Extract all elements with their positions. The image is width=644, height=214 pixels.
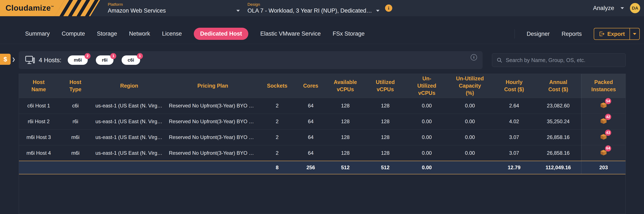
- vertical-divider: [514, 29, 515, 39]
- chevron-right-icon: ❯: [11, 54, 16, 65]
- table-row[interactable]: r6i Host 2 r6i us-east-1 (US East (N. Vi…: [19, 114, 626, 129]
- host-type-pill-r6i[interactable]: r6i 1: [96, 55, 114, 65]
- cell-hourly-cost: 4.02: [493, 114, 536, 129]
- trademark-symbol: ™: [51, 5, 54, 9]
- analyze-label: Analyze: [593, 5, 614, 12]
- cell-annual-cost: 26,858.16: [536, 129, 581, 145]
- col-header-sockets: Sockets: [260, 74, 295, 98]
- packed-count-badge: 42: [605, 114, 611, 120]
- total-sockets: 8: [260, 161, 295, 174]
- cell-unutilized-vcpus: 0.00: [406, 129, 447, 145]
- cell-hourly-cost: 3.07: [493, 129, 536, 145]
- tab-storage[interactable]: Storage: [97, 31, 117, 37]
- cell-host-type: r6i: [58, 114, 92, 129]
- cell-annual-cost: 26,858.16: [536, 145, 581, 161]
- pill-label: r6i: [102, 57, 108, 63]
- cell-available-vcpus: 128: [327, 98, 364, 114]
- analyze-menu[interactable]: Analyze: [593, 5, 624, 12]
- tab-summary[interactable]: Summary: [25, 31, 50, 37]
- cell-hourly-cost: 2.64: [493, 98, 536, 114]
- search-icon: [496, 57, 502, 63]
- cell-cores: 64: [295, 145, 327, 161]
- total-packed-instances: 203: [581, 161, 626, 174]
- packed-instances-icon[interactable]: 42: [599, 117, 608, 125]
- cell-cores: 64: [295, 114, 327, 129]
- pill-label: m6i: [74, 57, 82, 63]
- designer-link[interactable]: Designer: [527, 31, 550, 37]
- export-icon: [599, 31, 605, 37]
- total-annual-cost: 112,049.16: [536, 161, 581, 174]
- cell-packed-instances: 54: [581, 98, 626, 114]
- totals-spacer: [19, 161, 260, 174]
- cost-panel-toggle[interactable]: $ ❯: [0, 54, 16, 65]
- cell-pricing-plan: Reserved No Upfront(3-Year) BYO MSFT...: [166, 129, 260, 145]
- cell-unutilized-capacity: 0.00: [447, 129, 493, 145]
- hosts-summary-panel: 4 Hosts: m6i 2 r6i 1 c6i 1 i: [19, 51, 482, 69]
- cloudamize-logo: Cloudamize™: [0, 0, 100, 16]
- top-bar: Cloudamize™ Platform Amazon Web Services…: [0, 0, 644, 16]
- col-header-unutilized-vcpus: Un-Utilized vCPUs: [406, 74, 447, 98]
- packed-count-badge: 43: [605, 130, 611, 136]
- search-input[interactable]: [506, 57, 621, 63]
- hosts-icon: [25, 56, 35, 65]
- cell-unutilized-capacity: 0.00: [447, 98, 493, 114]
- platform-value: Amazon Web Services: [108, 8, 166, 14]
- reports-link[interactable]: Reports: [562, 31, 582, 37]
- table-row[interactable]: m6i Host 3 m6i us-east-1 (US East (N. Vi…: [19, 129, 626, 145]
- tab-compute[interactable]: Compute: [62, 31, 85, 37]
- cell-available-vcpus: 128: [327, 145, 364, 161]
- col-header-host-type: Host Type: [58, 74, 92, 98]
- logo-text: Cloudamize™: [6, 4, 54, 13]
- design-label: Design: [248, 2, 380, 7]
- packed-instances-icon[interactable]: 54: [599, 101, 608, 109]
- total-available-vcpus: 512: [327, 161, 364, 174]
- host-type-pill-m6i[interactable]: m6i 2: [68, 55, 88, 65]
- col-header-unutilized-capacity: Un-Utilized Capacity (%): [447, 74, 493, 98]
- col-header-available-vcpus: Available vCPUs: [327, 74, 364, 98]
- filter-row: 4 Hosts: m6i 2 r6i 1 c6i 1 i: [19, 51, 626, 69]
- tab-dedicated-host[interactable]: Dedicated Host: [194, 28, 248, 40]
- host-type-pill-c6i[interactable]: c6i 1: [122, 55, 140, 65]
- cell-region: us-east-1 (US East (N. Virginia)): [92, 98, 166, 114]
- col-header-annual-cost: Annual Cost ($): [536, 74, 581, 98]
- chevron-down-icon: [376, 10, 380, 12]
- info-icon[interactable]: i: [385, 5, 392, 12]
- tab-elastic-vmware-service[interactable]: Elastic VMware Service: [260, 31, 321, 37]
- design-value: OLA 7 - Workload, 3 Year RI (NUP), Dedic…: [248, 8, 372, 14]
- cell-region: us-east-1 (US East (N. Virginia)): [92, 114, 166, 129]
- export-button[interactable]: Export: [594, 28, 630, 40]
- avatar[interactable]: DA: [630, 3, 640, 13]
- packed-instances-icon[interactable]: 43: [599, 132, 608, 141]
- col-header-pricing-plan: Pricing Plan: [166, 74, 260, 98]
- total-unutilized-vcpus: 0.00: [406, 161, 447, 174]
- cell-annual-cost: 35,250.24: [536, 114, 581, 129]
- cell-unutilized-capacity: 0.00: [447, 114, 493, 129]
- total-cores: 256: [295, 161, 327, 174]
- design-dropdown[interactable]: Design OLA 7 - Workload, 3 Year RI (NUP)…: [248, 2, 380, 14]
- cell-pricing-plan: Reserved No Upfront(3-Year) BYO MSFT...: [166, 114, 260, 129]
- info-icon[interactable]: i: [471, 54, 477, 61]
- platform-dropdown[interactable]: Platform Amazon Web Services: [108, 2, 240, 14]
- tab-network[interactable]: Network: [129, 31, 150, 37]
- cell-cores: 64: [295, 98, 327, 114]
- packed-count-badge: 64: [605, 145, 611, 151]
- export-dropdown-button[interactable]: [630, 28, 639, 40]
- table-row[interactable]: c6i Host 1 c6i us-east-1 (US East (N. Vi…: [19, 98, 626, 114]
- logo-stripes-decoration: [52, 0, 100, 16]
- packed-instances-icon[interactable]: 64: [599, 148, 608, 157]
- table-row[interactable]: m6i Host 4 m6i us-east-1 (US East (N. Vi…: [19, 145, 626, 161]
- cell-pricing-plan: Reserved No Upfront(3-Year) BYO MSFT...: [166, 145, 260, 161]
- tab-license[interactable]: License: [162, 31, 182, 37]
- total-unutilized-capacity: [447, 161, 493, 174]
- col-header-host-name: Host Name: [19, 74, 58, 98]
- cell-pricing-plan: Reserved No Upfront(3-Year) BYO MSFT...: [166, 98, 260, 114]
- cell-host-type: m6i: [58, 145, 92, 161]
- cell-unutilized-vcpus: 0.00: [406, 145, 447, 161]
- cell-cores: 64: [295, 129, 327, 145]
- cell-sockets: 2: [260, 129, 295, 145]
- cell-sockets: 2: [260, 114, 295, 129]
- tab-fsx-storage[interactable]: FSx Storage: [333, 31, 364, 37]
- cell-utilized-vcpus: 128: [364, 114, 406, 129]
- col-header-cores: Cores: [295, 74, 327, 98]
- table-header-row: Host Name Host Type Region Pricing Plan …: [19, 74, 626, 98]
